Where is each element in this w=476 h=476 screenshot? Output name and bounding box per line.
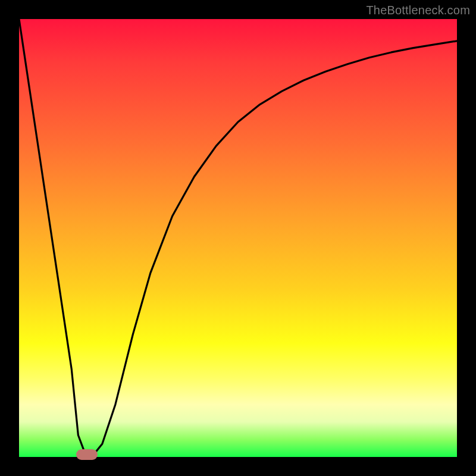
chart-frame: TheBottleneck.com xyxy=(0,0,476,476)
optimum-marker xyxy=(76,449,98,460)
plot-area xyxy=(19,19,457,457)
watermark-text: TheBottleneck.com xyxy=(366,4,470,17)
bottleneck-curve xyxy=(19,19,457,457)
